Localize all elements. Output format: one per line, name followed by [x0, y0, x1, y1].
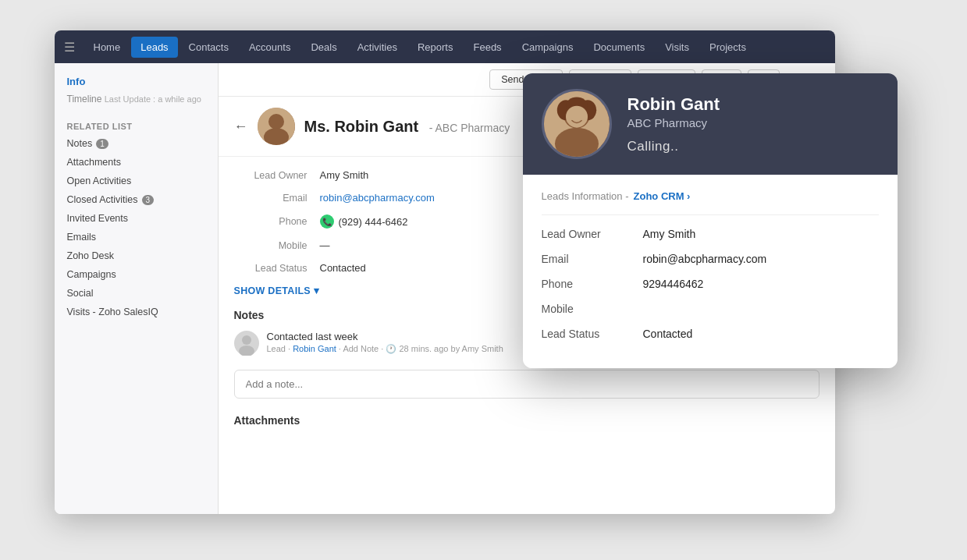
note-text: Contacted last week	[267, 331, 503, 342]
divider	[542, 214, 879, 215]
field-label-lead-owner: Lead Owner	[234, 170, 320, 181]
popup-info-title: Leads Information - Zoho CRM ›	[542, 190, 879, 202]
sidebar-item-visits-siq[interactable]: Visits - Zoho SalesIQ	[55, 303, 218, 321]
popup-field-mobile: Mobile	[542, 303, 879, 315]
popup-value-phone: 9294446462	[643, 278, 704, 290]
note-content: Contacted last week Lead · Robin Gant · …	[267, 331, 503, 356]
nav-visits[interactable]: Visits	[656, 37, 699, 58]
sidebar-item-zoho-desk[interactable]: Zoho Desk	[55, 246, 218, 265]
field-label-phone: Phone	[234, 216, 320, 227]
back-button[interactable]: ←	[234, 119, 248, 135]
field-value-phone: 📞 (929) 444-6462	[320, 214, 408, 229]
sidebar-timeline: Timeline Last Update : a while ago	[55, 90, 218, 114]
lead-title: Ms. Robin Gant - ABC Pharmacy	[304, 118, 510, 136]
popup-status: Calling..	[627, 139, 720, 154]
chevron-down-icon: ▾	[314, 285, 319, 296]
note-avatar	[234, 331, 259, 356]
lead-company: - ABC Pharmacy	[429, 122, 510, 134]
nav-deals[interactable]: Deals	[301, 37, 346, 58]
note-input[interactable]	[234, 370, 819, 399]
clock-icon: 🕐	[386, 344, 396, 353]
field-label-email: Email	[234, 193, 320, 204]
navbar: ☰ Home Leads Contacts Accounts Deals Act…	[55, 30, 835, 63]
nav-campaigns[interactable]: Campaigns	[513, 37, 583, 58]
calling-popup: Robin Gant ABC Pharmacy Calling.. Leads …	[523, 73, 898, 368]
nav-documents[interactable]: Documents	[584, 37, 654, 58]
sidebar-item-notes[interactable]: Notes 1	[55, 134, 218, 153]
popup-value-email: robin@abcpharmacy.com	[643, 253, 767, 265]
nav-reports[interactable]: Reports	[408, 37, 463, 58]
svg-point-1	[268, 114, 284, 129]
sidebar-info-label[interactable]: Info	[55, 76, 218, 90]
nav-items: Home Leads Contacts Accounts Deals Activ…	[84, 37, 755, 58]
field-value-lead-status: Contacted	[320, 262, 366, 274]
sidebar-item-open-activities[interactable]: Open Activities	[55, 172, 218, 190]
popup-header: Robin Gant ABC Pharmacy Calling..	[523, 73, 898, 175]
field-label-mobile: Mobile	[234, 240, 320, 251]
popup-name: Robin Gant	[627, 94, 720, 115]
field-value-lead-owner: Amy Smith	[320, 169, 369, 181]
popup-field-lead-status: Lead Status Contacted	[542, 328, 879, 340]
svg-point-3	[242, 335, 251, 345]
popup-avatar	[542, 89, 612, 159]
popup-body: Leads Information - Zoho CRM › Lead Owne…	[523, 175, 898, 368]
popup-label-lead-owner: Lead Owner	[542, 228, 643, 240]
nav-leads[interactable]: Leads	[131, 37, 177, 58]
hamburger-icon[interactable]: ☰	[64, 40, 75, 55]
popup-company: ABC Pharmacy	[627, 116, 720, 129]
popup-label-lead-status: Lead Status	[542, 328, 643, 340]
lead-name: Ms. Robin Gant	[304, 118, 423, 135]
nav-home[interactable]: Home	[84, 37, 130, 58]
popup-contact-info: Robin Gant ABC Pharmacy Calling..	[627, 94, 720, 154]
popup-field-email: Email robin@abcpharmacy.com	[542, 253, 879, 265]
popup-field-lead-owner: Lead Owner Amy Smith	[542, 228, 879, 240]
nav-feeds[interactable]: Feeds	[464, 37, 510, 58]
popup-label-email: Email	[542, 253, 643, 265]
nav-activities[interactable]: Activities	[348, 37, 407, 58]
sidebar: Info Timeline Last Update : a while ago …	[55, 63, 219, 514]
phone-icon: 📞	[320, 214, 334, 229]
popup-label-mobile: Mobile	[542, 303, 643, 315]
popup-value-lead-owner: Amy Smith	[643, 228, 696, 240]
popup-value-lead-status: Contacted	[643, 328, 693, 340]
popup-label-phone: Phone	[542, 278, 643, 290]
note-meta: Lead · Robin Gant · Add Note · 🕐 28 mins…	[267, 344, 503, 354]
svg-point-7	[555, 128, 599, 159]
attachments-title: Attachments	[234, 414, 819, 427]
sidebar-item-attachments[interactable]: Attachments	[55, 153, 218, 172]
sidebar-related-title: RELATED LIST	[55, 114, 218, 134]
field-label-lead-status: Lead Status	[234, 263, 320, 274]
sidebar-item-closed-activities[interactable]: Closed Activities 3	[55, 190, 218, 209]
nav-accounts[interactable]: Accounts	[240, 37, 300, 58]
svg-point-11	[566, 106, 588, 128]
note-link[interactable]: Robin Gant	[293, 344, 336, 353]
nav-projects[interactable]: Projects	[700, 37, 755, 58]
lead-avatar	[258, 108, 295, 145]
nav-contacts[interactable]: Contacts	[180, 37, 238, 58]
field-value-mobile: —	[320, 239, 330, 251]
sidebar-item-social[interactable]: Social	[55, 284, 218, 303]
sidebar-item-invited-events[interactable]: Invited Events	[55, 209, 218, 228]
closed-activities-badge: 3	[142, 195, 155, 205]
notes-badge: 1	[96, 139, 108, 149]
popup-field-phone: Phone 9294446462	[542, 278, 879, 290]
sidebar-item-emails[interactable]: Emails	[55, 228, 218, 246]
sidebar-item-campaigns[interactable]: Campaigns	[55, 265, 218, 284]
crm-link[interactable]: Zoho CRM ›	[634, 190, 691, 202]
field-value-email[interactable]: robin@abcpharmacy.com	[320, 192, 435, 204]
svg-point-4	[239, 346, 254, 356]
